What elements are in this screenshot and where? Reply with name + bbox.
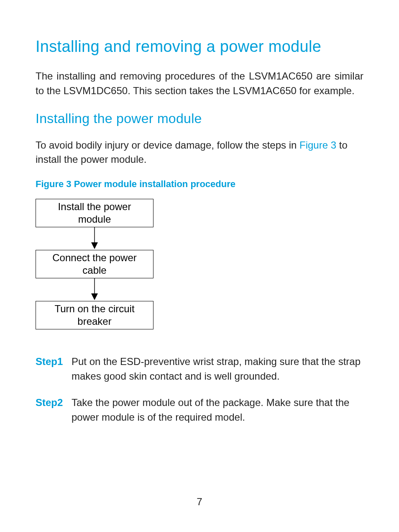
step1-label: Step1 — [36, 355, 72, 384]
flow-box3-line2: breaker — [77, 316, 111, 327]
step-row: Step1 Put on the ESD-preventive wrist st… — [36, 355, 363, 384]
flow-box3-line1: Turn on the circuit — [54, 303, 134, 314]
figure-3-caption: Figure 3 Power module installation proce… — [36, 179, 363, 190]
step1-text: Put on the ESD-preventive wrist strap, m… — [72, 355, 363, 384]
heading-install-remove: Installing and removing a power module — [36, 38, 363, 56]
step2-label: Step2 — [36, 396, 72, 425]
step-list: Step1 Put on the ESD-preventive wrist st… — [36, 355, 363, 424]
flow-box-connect: Connect the power cable — [36, 250, 153, 278]
install-paragraph: To avoid bodily injury or device damage,… — [36, 138, 363, 167]
para2-pre: To avoid bodily injury or device damage,… — [36, 139, 299, 151]
flow-arrow-2 — [36, 278, 153, 301]
heading-installing: Installing the power module — [36, 111, 363, 126]
flow-box1-line1: Install the power — [58, 201, 131, 212]
flow-box2-line2: cable — [82, 265, 106, 276]
svg-marker-1 — [91, 242, 98, 249]
flow-box-install: Install the power module — [36, 199, 153, 227]
page-number: 7 — [0, 496, 399, 508]
step-row: Step2 Take the power module out of the p… — [36, 396, 363, 425]
flow-box2-line1: Connect the power — [52, 252, 136, 263]
flow-arrow-1 — [36, 227, 153, 250]
flowchart: Install the power module Connect the pow… — [36, 199, 363, 329]
step2-text: Take the power module out of the package… — [72, 396, 363, 425]
figure-3-link[interactable]: Figure 3 — [299, 139, 336, 151]
svg-marker-3 — [91, 293, 98, 300]
flow-box1-line2: module — [78, 213, 111, 225]
intro-paragraph: The installing and removing procedures o… — [36, 69, 363, 98]
flow-box-turnon: Turn on the circuit breaker — [36, 301, 153, 329]
